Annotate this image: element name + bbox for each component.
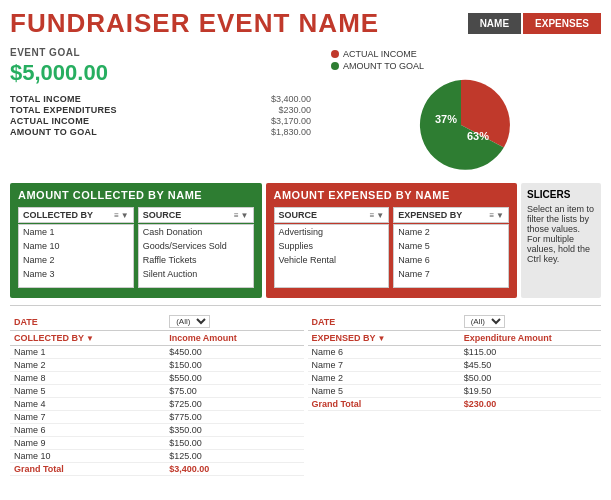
slicer-description: Select an item to filter the lists by th… xyxy=(527,204,595,264)
income-name-cell: Name 1 xyxy=(10,346,165,359)
collected-section: AMOUNT COLLECTED BY NAME COLLECTED BY ≡ … xyxy=(10,183,262,298)
bottom-section: DATE (All) COLLECTED BY xyxy=(0,309,611,480)
stats-value: $3,170.00 xyxy=(271,116,311,126)
filter-icon-3[interactable]: ≡ xyxy=(370,211,375,220)
income-amount-cell: $75.00 xyxy=(165,385,303,398)
expensed-section-title: AMOUNT EXPENSED BY NAME xyxy=(274,189,510,201)
list-item[interactable]: Cash Donation xyxy=(139,225,253,239)
source-items[interactable]: Cash DonationGoods/Services SoldRaffle T… xyxy=(138,224,254,288)
expense-amount-th: Expenditure Amount xyxy=(460,331,601,346)
list-item[interactable]: Name 1 xyxy=(19,225,133,239)
expense-expensed-th: EXPENSED BY ▼ xyxy=(308,331,460,346)
income-amount-cell: $150.00 xyxy=(165,437,303,450)
chart-container: 37% 63% xyxy=(321,75,601,175)
expense-date-dropdown[interactable]: (All) xyxy=(464,315,505,328)
expense-amount-cell: $45.50 xyxy=(460,359,601,372)
sections-wrapper: AMOUNT COLLECTED BY NAME COLLECTED BY ≡ … xyxy=(0,179,611,302)
table-row: Name 1$450.00 xyxy=(10,346,304,359)
collected-by-items[interactable]: Name 1Name 10Name 2Name 3 xyxy=(18,224,134,288)
pie-label-37: 37% xyxy=(435,113,457,125)
list-item[interactable]: Name 2 xyxy=(19,253,133,267)
collected-by-label: COLLECTED BY xyxy=(23,210,93,220)
table-row: Name 6$115.00 xyxy=(308,346,602,359)
list-item[interactable]: Raffle Tickets xyxy=(139,253,253,267)
expense-amount-cell: $230.00 xyxy=(460,398,601,411)
collected-by-header: COLLECTED BY ≡ ▼ xyxy=(18,207,134,223)
table-row: Name 8$550.00 xyxy=(10,372,304,385)
expensed-filter-row: SOURCE ≡ ▼ AdvertisingSuppliesVehicle Re… xyxy=(274,207,510,288)
table-row: Name 5$19.50 xyxy=(308,385,602,398)
exp-source-header: SOURCE ≡ ▼ xyxy=(274,207,390,223)
sort-icon-4[interactable]: ▼ xyxy=(496,211,504,220)
expensed-by-items[interactable]: Name 2Name 5Name 6Name 7 xyxy=(393,224,509,288)
expense-name-cell: Name 5 xyxy=(308,385,460,398)
income-name-cell: Name 4 xyxy=(10,398,165,411)
exp-source-filter: SOURCE ≡ ▼ AdvertisingSuppliesVehicle Re… xyxy=(274,207,390,288)
income-all-th: (All) xyxy=(165,313,303,331)
sort-icon-2[interactable]: ▼ xyxy=(241,211,249,220)
legend-dot-actual xyxy=(331,50,339,58)
list-item[interactable]: Name 3 xyxy=(19,267,133,281)
income-amount-cell: $350.00 xyxy=(165,424,303,437)
income-date-dropdown[interactable]: (All) xyxy=(169,315,210,328)
list-item[interactable]: Silent Auction xyxy=(139,267,253,281)
stats-table: TOTAL INCOME$3,400.00TOTAL EXPENDITURES$… xyxy=(10,94,311,137)
stats-label: TOTAL EXPENDITURES xyxy=(10,105,117,115)
list-item[interactable]: Name 5 xyxy=(394,239,508,253)
name-button[interactable]: NAME xyxy=(468,13,521,34)
table-row: Grand Total$230.00 xyxy=(308,398,602,411)
stats-value: $1,830.00 xyxy=(271,127,311,137)
table-row: Name 2$50.00 xyxy=(308,372,602,385)
expense-table: DATE (All) EXPENSED BY xyxy=(308,313,602,411)
list-item[interactable]: Name 10 xyxy=(19,239,133,253)
expense-name-cell: Name 2 xyxy=(308,372,460,385)
stats-value: $3,400.00 xyxy=(271,94,311,104)
income-amount-cell: $3,400.00 xyxy=(165,463,303,476)
expensed-sort-icon[interactable]: ▼ xyxy=(378,334,386,343)
income-name-cell: Name 2 xyxy=(10,359,165,372)
income-name-cell: Name 6 xyxy=(10,424,165,437)
list-item[interactable]: Vehicle Rental xyxy=(275,253,389,267)
filter-icon-2[interactable]: ≡ xyxy=(234,211,239,220)
sort-icon-1[interactable]: ▼ xyxy=(121,211,129,220)
legend-label-goal: AMOUNT TO GOAL xyxy=(343,61,424,71)
list-item[interactable]: Name 7 xyxy=(394,267,508,281)
table-row: Name 9$150.00 xyxy=(10,437,304,450)
header-nav: NAME EXPENSES xyxy=(468,13,601,34)
filter-icon-4[interactable]: ≡ xyxy=(489,211,494,220)
event-goal-label: EVENT GOAL xyxy=(10,47,311,58)
expense-name-cell: Name 6 xyxy=(308,346,460,359)
income-name-cell: Name 8 xyxy=(10,372,165,385)
list-item[interactable]: Name 2 xyxy=(394,225,508,239)
chart-area: ACTUAL INCOME AMOUNT TO GOAL 37% xyxy=(321,47,601,175)
chart-legend: ACTUAL INCOME AMOUNT TO GOAL xyxy=(331,49,424,71)
source-label: SOURCE xyxy=(143,210,182,220)
stats-row: TOTAL EXPENDITURES$230.00 xyxy=(10,105,311,115)
list-item[interactable]: Name 6 xyxy=(394,253,508,267)
income-name-cell: Name 9 xyxy=(10,437,165,450)
source-filter: SOURCE ≡ ▼ Cash DonationGoods/Services S… xyxy=(138,207,254,288)
list-item[interactable]: Advertising xyxy=(275,225,389,239)
collected-sort-icon[interactable]: ▼ xyxy=(86,334,94,343)
exp-source-items[interactable]: AdvertisingSuppliesVehicle Rental xyxy=(274,224,390,288)
stats-label: ACTUAL INCOME xyxy=(10,116,89,126)
income-amount-cell: $550.00 xyxy=(165,372,303,385)
stats-value: $230.00 xyxy=(278,105,311,115)
expense-amount-cell: $115.00 xyxy=(460,346,601,359)
top-section: EVENT GOAL $5,000.00 TOTAL INCOME$3,400.… xyxy=(0,43,611,179)
filter-icon-1[interactable]: ≡ xyxy=(114,211,119,220)
list-item[interactable]: Supplies xyxy=(275,239,389,253)
list-item[interactable]: Goods/Services Sold xyxy=(139,239,253,253)
stats-label: AMOUNT TO GOAL xyxy=(10,127,97,137)
left-info: EVENT GOAL $5,000.00 TOTAL INCOME$3,400.… xyxy=(10,47,311,175)
expenses-button[interactable]: EXPENSES xyxy=(523,13,601,34)
slicer-title: SLICERS xyxy=(527,189,595,200)
table-row: Name 4$725.00 xyxy=(10,398,304,411)
table-row: Name 7$775.00 xyxy=(10,411,304,424)
exp-source-icons: ≡ ▼ xyxy=(370,211,385,220)
divider xyxy=(10,305,601,306)
sort-icon-3[interactable]: ▼ xyxy=(376,211,384,220)
stats-row: AMOUNT TO GOAL$1,830.00 xyxy=(10,127,311,137)
expense-table-wrap: DATE (All) EXPENSED BY xyxy=(308,313,602,476)
expensed-by-icons: ≡ ▼ xyxy=(489,211,504,220)
